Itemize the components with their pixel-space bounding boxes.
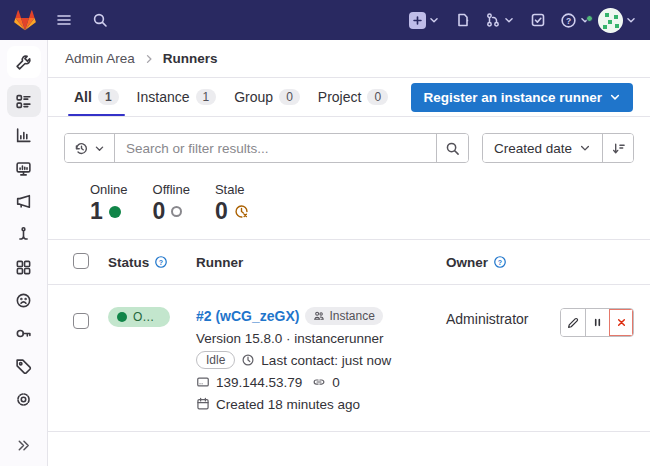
tab-group[interactable]: Group 0 xyxy=(225,78,309,116)
runner-table-header: Status ? Runner Owner ? xyxy=(48,240,650,285)
online-dot-icon xyxy=(117,312,127,322)
search-icon[interactable] xyxy=(84,4,116,36)
chevron-down-icon xyxy=(609,91,621,103)
stat-online: Online 1 xyxy=(90,182,128,225)
sidebar-collapse-icon[interactable] xyxy=(7,430,41,460)
sidebar-item-labels[interactable] xyxy=(7,351,41,381)
stale-clock-icon xyxy=(234,204,249,219)
chevron-down-icon xyxy=(427,13,441,27)
owner-cell: Administrator xyxy=(446,307,560,327)
chevron-down-icon xyxy=(579,142,591,154)
chevron-down-icon xyxy=(94,143,105,154)
tab-all[interactable]: All 1 xyxy=(65,78,128,116)
stat-online-value: 1 xyxy=(90,198,103,225)
tab-count-badge: 1 xyxy=(196,89,217,105)
svg-text:?: ? xyxy=(566,15,571,25)
instance-type-badge: Instance xyxy=(305,307,382,325)
select-all-checkbox[interactable] xyxy=(73,253,89,269)
sidebar-item-applications[interactable] xyxy=(7,252,41,282)
pause-runner-button[interactable] xyxy=(585,309,609,336)
todos-icon[interactable] xyxy=(522,4,554,36)
runner-version-line: Version 15.8.0 · instancerunner xyxy=(196,329,446,347)
edit-runner-button[interactable] xyxy=(561,309,585,336)
owner-name: Administrator xyxy=(446,311,528,327)
admin-area-wrench-icon[interactable] xyxy=(7,46,41,78)
sort-controls: Created date xyxy=(482,133,634,163)
register-instance-runner-button[interactable]: Register an instance runner xyxy=(411,83,633,112)
search-input[interactable] xyxy=(115,134,436,162)
breadcrumb: Admin Area Runners xyxy=(48,40,650,78)
gitlab-logo[interactable] xyxy=(12,7,38,33)
search-history-dropdown[interactable] xyxy=(65,134,115,162)
sidebar-item-analytics[interactable] xyxy=(7,120,41,150)
sort-by-dropdown[interactable]: Created date xyxy=(483,134,602,162)
stat-offline-label: Offline xyxy=(153,182,190,197)
sidebar-item-messages[interactable] xyxy=(7,186,41,216)
sidebar-item-monitoring[interactable] xyxy=(7,153,41,183)
search-submit-icon[interactable] xyxy=(436,134,468,162)
filter-bar: Created date xyxy=(64,133,634,163)
runner-link[interactable]: #2 (wCG_zeGX) xyxy=(196,308,299,324)
question-circle-icon[interactable]: ? xyxy=(154,255,168,269)
help-icon: ? xyxy=(560,12,577,29)
register-button-label: Register an instance runner xyxy=(423,90,602,105)
sidebar-item-settings[interactable] xyxy=(7,384,41,414)
stat-stale-value: 0 xyxy=(215,198,228,225)
sidebar-item-overview[interactable] xyxy=(7,85,41,117)
avatar xyxy=(598,8,623,33)
status-column-header: Status xyxy=(108,255,149,270)
tab-count-badge: 0 xyxy=(367,89,388,105)
stat-offline-value: 0 xyxy=(153,198,166,225)
users-icon xyxy=(313,310,325,322)
svg-text:?: ? xyxy=(159,259,163,266)
svg-text:?: ? xyxy=(498,259,502,266)
stat-online-label: Online xyxy=(90,182,128,197)
breadcrumb-admin-area[interactable]: Admin Area xyxy=(65,51,135,66)
offline-circle-icon xyxy=(171,206,182,217)
chevron-down-icon xyxy=(624,13,638,27)
question-circle-icon[interactable]: ? xyxy=(493,255,507,269)
sidebar-item-abuse-reports[interactable] xyxy=(7,285,41,315)
owner-column-header: Owner xyxy=(446,255,488,270)
tab-label: Instance xyxy=(137,89,190,105)
chevron-down-icon xyxy=(502,13,516,27)
top-navigation-bar: ? xyxy=(0,0,650,40)
help-menu-button[interactable]: ? xyxy=(560,12,592,29)
issues-icon[interactable] xyxy=(447,4,479,36)
tab-count-badge: 0 xyxy=(279,89,300,105)
clock-icon xyxy=(241,353,255,367)
main-content: Admin Area Runners All 1 Instance 1 Grou… xyxy=(48,40,650,466)
sort-direction-descending-icon[interactable] xyxy=(602,134,633,162)
runner-status-stats: Online 1 Offline 0 Stale 0 xyxy=(48,163,650,240)
status-badge-label: Online xyxy=(133,310,161,324)
tab-project[interactable]: Project 0 xyxy=(309,78,397,116)
merge-requests-menu-button[interactable] xyxy=(485,12,516,28)
plus-icon xyxy=(409,12,426,29)
status-badge: Online xyxy=(108,307,170,327)
runner-summary-cell: #2 (wCG_zeGX) Instance Version 15.8.0 · … xyxy=(196,307,446,413)
last-contact-text: Last contact: just now xyxy=(261,353,391,368)
merge-request-icon xyxy=(485,12,501,28)
chevron-right-icon xyxy=(143,53,155,65)
pause-icon xyxy=(591,316,604,329)
calendar-icon xyxy=(196,397,210,411)
new-menu-button[interactable] xyxy=(409,12,441,29)
sidebar-item-deploy-keys[interactable] xyxy=(7,318,41,348)
tab-label: All xyxy=(74,89,92,105)
runner-tabs: All 1 Instance 1 Group 0 Project 0 Regis… xyxy=(48,78,650,117)
row-checkbox[interactable] xyxy=(73,313,89,329)
stat-stale-label: Stale xyxy=(215,182,249,197)
stat-stale: Stale 0 xyxy=(215,182,249,225)
hamburger-menu-icon[interactable] xyxy=(48,4,80,36)
pencil-icon xyxy=(566,316,580,330)
runner-column-header: Runner xyxy=(196,255,243,270)
online-dot-icon xyxy=(109,206,121,218)
tab-label: Project xyxy=(318,89,362,105)
idle-state-badge: Idle xyxy=(196,351,235,369)
sidebar-item-system-hooks[interactable] xyxy=(7,219,41,249)
history-icon xyxy=(74,141,89,156)
tab-instance[interactable]: Instance 1 xyxy=(128,78,226,116)
user-menu-button[interactable] xyxy=(598,8,638,33)
runner-ip-address: 139.144.53.79 xyxy=(216,375,302,390)
delete-runner-button[interactable] xyxy=(609,309,633,336)
